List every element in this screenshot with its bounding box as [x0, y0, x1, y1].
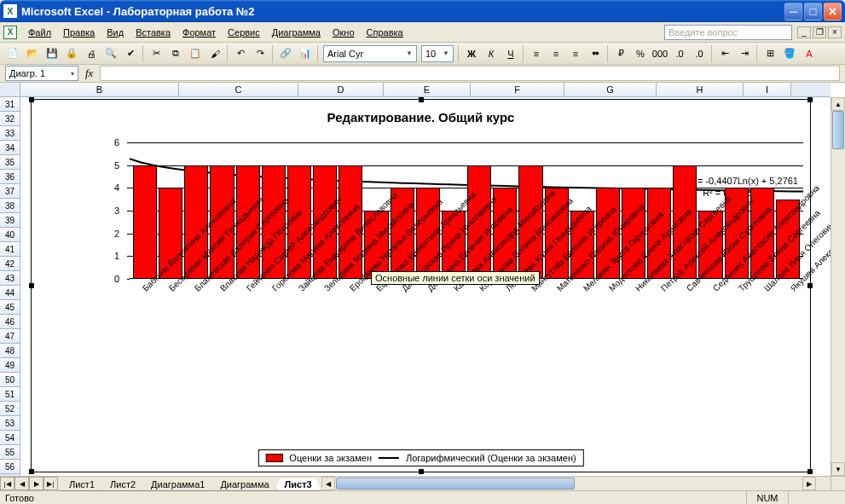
sheet-tab[interactable]: Лист3	[275, 478, 321, 491]
italic-button[interactable]: К	[482, 44, 501, 63]
vertical-scrollbar[interactable]: ▲ ▼	[831, 97, 845, 476]
column-header[interactable]: F	[471, 83, 564, 96]
hyperlink-button[interactable]: 🔗	[276, 44, 295, 63]
menu-chart[interactable]: Диаграмма	[266, 26, 327, 39]
mdi-minimize-button[interactable]: _	[797, 26, 811, 38]
row-header[interactable]: 47	[0, 329, 20, 344]
tab-nav-prev[interactable]: ◀	[14, 477, 29, 490]
column-header[interactable]: D	[298, 83, 384, 96]
tab-nav-last[interactable]: ▶|	[43, 477, 58, 490]
window-close-button[interactable]: ✕	[824, 3, 842, 20]
align-left-button[interactable]: ≡	[527, 44, 546, 63]
scroll-left-button[interactable]: ◀	[321, 477, 335, 490]
chart-resize-handle[interactable]	[419, 469, 424, 474]
window-minimize-button[interactable]: ─	[784, 3, 802, 20]
select-all-corner[interactable]	[0, 83, 20, 96]
row-header[interactable]: 42	[0, 257, 20, 271]
vscroll-thumb[interactable]	[832, 111, 844, 149]
row-header[interactable]: 43	[0, 271, 20, 286]
grid-body[interactable]: Редактирование. Общий курс y = -0,4407Ln…	[20, 97, 831, 476]
menu-tools[interactable]: Сервис	[222, 26, 266, 39]
chart-resize-handle[interactable]	[419, 97, 424, 102]
row-header[interactable]: 31	[0, 97, 20, 112]
save-button[interactable]: 💾	[43, 44, 61, 63]
chart-legend[interactable]: Оценки за экзамен Логарифмический (Оценк…	[258, 449, 583, 466]
print-button[interactable]: 🖨	[82, 44, 101, 63]
decrease-indent-button[interactable]: ⇤	[715, 44, 734, 63]
font-name-select[interactable]: Arial Cyr▼	[323, 45, 417, 62]
row-header[interactable]: 37	[0, 184, 20, 199]
underline-button[interactable]: Ч	[501, 44, 520, 63]
font-size-select[interactable]: 10▼	[421, 45, 454, 62]
comma-button[interactable]: 000	[651, 44, 669, 63]
row-header[interactable]: 56	[0, 460, 20, 474]
fill-color-button[interactable]: 🪣	[780, 44, 799, 63]
chart-wizard-button[interactable]: 📊	[296, 44, 315, 63]
chart-resize-handle[interactable]	[29, 469, 34, 474]
scroll-up-button[interactable]: ▲	[831, 97, 845, 111]
row-header[interactable]: 40	[0, 228, 20, 242]
scroll-right-button[interactable]: ▶	[802, 477, 816, 490]
menu-edit[interactable]: Правка	[57, 26, 101, 39]
row-header[interactable]: 44	[0, 286, 20, 300]
increase-decimal-button[interactable]: .0	[670, 44, 689, 63]
align-right-button[interactable]: ≡	[566, 44, 585, 63]
chart-resize-handle[interactable]	[29, 97, 34, 102]
print-preview-button[interactable]: 🔍	[101, 44, 120, 63]
permission-button[interactable]: 🔒	[62, 44, 81, 63]
window-maximize-button[interactable]: □	[804, 3, 822, 20]
menu-view[interactable]: Вид	[101, 26, 130, 39]
open-button[interactable]: 📂	[23, 44, 42, 63]
row-header[interactable]: 52	[0, 402, 20, 416]
chart-resize-handle[interactable]	[807, 283, 813, 288]
row-header[interactable]: 45	[0, 300, 20, 315]
row-header[interactable]: 46	[0, 315, 20, 329]
chart-resize-handle[interactable]	[29, 283, 34, 288]
sheet-tab[interactable]: Диаграмма	[211, 478, 278, 491]
row-header[interactable]: 34	[0, 141, 20, 155]
column-header[interactable]: C	[179, 83, 298, 96]
hscroll-thumb[interactable]	[336, 478, 575, 490]
merge-center-button[interactable]: ⬌	[586, 44, 605, 63]
row-header[interactable]: 53	[0, 416, 20, 431]
row-header[interactable]: 50	[0, 373, 20, 387]
row-header[interactable]: 39	[0, 213, 20, 228]
horizontal-scrollbar[interactable]: ◀ ▶	[321, 477, 831, 490]
paste-button[interactable]: 📋	[186, 44, 205, 63]
cut-button[interactable]: ✂	[147, 44, 165, 63]
copy-button[interactable]: ⧉	[166, 44, 185, 63]
currency-button[interactable]: ₽	[611, 44, 630, 63]
chart-title[interactable]: Редактирование. Общий курс	[32, 100, 810, 130]
sheet-tab[interactable]: Лист1	[60, 478, 104, 491]
menu-insert[interactable]: Вставка	[130, 26, 177, 39]
column-header[interactable]: B	[20, 83, 179, 96]
chart-resize-handle[interactable]	[807, 97, 813, 102]
excel-doc-icon[interactable]: X	[3, 26, 17, 39]
font-color-button[interactable]: A	[800, 44, 819, 63]
row-header[interactable]: 54	[0, 431, 20, 445]
column-header[interactable]: I	[744, 83, 791, 96]
chart-bar[interactable]	[133, 165, 157, 279]
row-header[interactable]: 38	[0, 199, 20, 213]
spelling-button[interactable]: ✔	[121, 44, 140, 63]
row-header[interactable]: 32	[0, 112, 20, 126]
row-header[interactable]: 36	[0, 170, 20, 184]
fx-button[interactable]: fx	[85, 67, 93, 80]
row-header[interactable]: 35	[0, 155, 20, 170]
increase-indent-button[interactable]: ⇥	[735, 44, 754, 63]
mdi-restore-button[interactable]: ❐	[813, 26, 826, 38]
column-header[interactable]: E	[384, 83, 471, 96]
name-box[interactable]: Диагр. 1▾	[5, 66, 78, 81]
format-painter-button[interactable]: 🖌	[205, 44, 224, 63]
row-header[interactable]: 41	[0, 242, 20, 257]
mdi-close-button[interactable]: ×	[828, 26, 842, 38]
chart-resize-handle[interactable]	[807, 469, 813, 474]
embedded-chart[interactable]: Редактирование. Общий курс y = -0,4407Ln…	[31, 99, 811, 472]
decrease-decimal-button[interactable]: .0	[690, 44, 709, 63]
new-button[interactable]: 📄	[3, 44, 22, 63]
row-header[interactable]: 48	[0, 344, 20, 358]
scroll-down-button[interactable]: ▼	[831, 462, 845, 476]
percent-button[interactable]: %	[631, 44, 650, 63]
tab-nav-first[interactable]: |◀	[0, 477, 14, 490]
column-header[interactable]: H	[657, 83, 744, 96]
